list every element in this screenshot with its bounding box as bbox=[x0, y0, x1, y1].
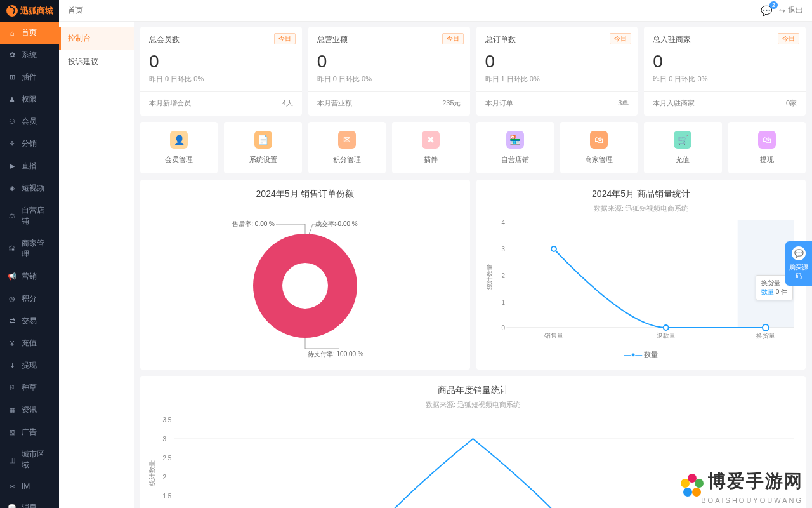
nav-label: 积分 bbox=[22, 293, 37, 304]
stat-card-0: 总会员数 今日 0 昨日 0 日环比 0% 本月新增会员4人 bbox=[140, 27, 302, 116]
stat-foot-label: 本月订单 bbox=[485, 98, 513, 108]
sidebar-item-16[interactable]: ▦资讯 bbox=[0, 399, 59, 421]
sidebar-item-4[interactable]: ⚇会员 bbox=[0, 110, 59, 133]
svg-text:2: 2 bbox=[502, 272, 506, 279]
quick-label: 插件 bbox=[396, 155, 466, 164]
quick-icon: 🏪 bbox=[506, 131, 524, 149]
stat-foot-label: 本月新增会员 bbox=[149, 98, 191, 108]
sidebar-item-10[interactable]: 📢营销 bbox=[0, 265, 59, 288]
sidebar-item-12[interactable]: ⇄交易 bbox=[0, 310, 59, 332]
nav-label: 分销 bbox=[22, 138, 37, 149]
subnav-item-1[interactable]: 投诉建议 bbox=[59, 50, 134, 74]
nav-label: 广告 bbox=[22, 427, 37, 438]
floating-buy-button[interactable]: 💬 购买源码 bbox=[785, 241, 812, 286]
sidebar-item-0[interactable]: ⌂首页 bbox=[0, 22, 59, 44]
sidebar-item-13[interactable]: ¥充值 bbox=[0, 332, 59, 354]
sidebar-item-1[interactable]: ✿系统 bbox=[0, 44, 59, 66]
sidebar-item-5[interactable]: ⚘分销 bbox=[0, 133, 59, 155]
quick-label: 充值 bbox=[648, 155, 717, 164]
sidebar-item-7[interactable]: ◈短视频 bbox=[0, 177, 59, 199]
nav-label: 提现 bbox=[22, 360, 37, 371]
notification-button[interactable]: 💬 2 bbox=[761, 5, 773, 17]
main-content: 总会员数 今日 0 昨日 0 日环比 0% 本月新增会员4人 总营业额 今日 0… bbox=[134, 22, 812, 508]
chat-bubble-icon: 💬 bbox=[792, 246, 806, 260]
svg-text:2.5: 2.5 bbox=[163, 455, 172, 462]
stat-value: 0 bbox=[317, 51, 461, 72]
annual-line-chart: 统计数量 3.5 3 2.5 2 1.5 1 bbox=[149, 410, 797, 508]
svg-line-5 bbox=[309, 224, 313, 234]
nav-icon: ↧ bbox=[8, 361, 16, 370]
nav-icon: ⚇ bbox=[8, 117, 16, 126]
nav-icon: ⚘ bbox=[8, 140, 16, 149]
nav-label: 短视频 bbox=[22, 183, 44, 194]
quick-link-7[interactable]: 🛍提现 bbox=[728, 122, 806, 173]
sidebar-item-11[interactable]: ◷积分 bbox=[0, 288, 59, 310]
quick-label: 积分管理 bbox=[312, 155, 382, 164]
quick-link-4[interactable]: 🏪自营店铺 bbox=[476, 122, 554, 173]
nav-label: 自营店铺 bbox=[22, 205, 51, 227]
stat-foot-label: 本月入驻商家 bbox=[653, 98, 695, 108]
today-tag[interactable]: 今日 bbox=[778, 33, 799, 44]
logout-icon: ↪ bbox=[779, 6, 785, 15]
sidebar-item-9[interactable]: 🏛商家管理 bbox=[0, 232, 59, 265]
svg-text:3: 3 bbox=[502, 246, 506, 253]
nav-icon: ♟ bbox=[8, 95, 16, 104]
sidebar-item-3[interactable]: ♟权限 bbox=[0, 88, 59, 110]
quick-icon: ✉ bbox=[338, 131, 356, 149]
svg-text:2: 2 bbox=[163, 474, 166, 481]
stat-card-2: 总订单数 今日 0 昨日 1 日环比 0% 本月订单3单 bbox=[476, 27, 638, 116]
sidebar-item-18[interactable]: ◫城市区域 bbox=[0, 443, 59, 476]
nav-icon: ⇄ bbox=[8, 317, 16, 326]
svg-text:3: 3 bbox=[163, 436, 167, 443]
quick-link-1[interactable]: 📄系统设置 bbox=[224, 122, 301, 173]
sidebar-item-19[interactable]: ✉IM bbox=[0, 476, 59, 497]
sidebar-item-17[interactable]: ▧广告 bbox=[0, 421, 59, 443]
sidebar-item-6[interactable]: ▶直播 bbox=[0, 155, 59, 177]
nav-icon: ✿ bbox=[8, 51, 16, 60]
sidebar-item-20[interactable]: 💬消息 bbox=[0, 497, 59, 508]
line-chart-card: 2024年5月 商品销量统计 数据来源: 迅狐短视频电商系统 统计数量 4 3 … bbox=[476, 180, 806, 370]
subnav-item-0[interactable]: 控制台 bbox=[59, 27, 134, 50]
today-tag[interactable]: 今日 bbox=[610, 33, 631, 44]
nav-label: 直播 bbox=[22, 161, 37, 171]
quick-label: 提现 bbox=[732, 155, 802, 164]
nav-icon: ◷ bbox=[8, 295, 16, 304]
nav-icon: 🏛 bbox=[8, 244, 16, 253]
today-tag[interactable]: 今日 bbox=[442, 33, 464, 44]
quick-icon: ✖ bbox=[422, 131, 440, 149]
svg-point-1 bbox=[282, 263, 328, 309]
quick-link-6[interactable]: 🛒充值 bbox=[644, 122, 721, 173]
svg-text:售后率: 0.00 %: 售后率: 0.00 % bbox=[232, 220, 275, 227]
monthly-line-chart: 统计数量 4 3 2 1 0 销售量 退款量 换货量 bbox=[485, 213, 797, 347]
nav-label: 权限 bbox=[22, 94, 37, 105]
sidebar-item-8[interactable]: ⚖自营店铺 bbox=[0, 199, 59, 232]
sidebar-item-15[interactable]: ⚐种草 bbox=[0, 377, 59, 399]
quick-icon: 🛍 bbox=[758, 131, 776, 149]
stat-sub: 昨日 0 日环比 0% bbox=[149, 74, 293, 84]
logout-button[interactable]: ↪ 退出 bbox=[779, 5, 803, 16]
svg-text:成交率: 0.00 %: 成交率: 0.00 % bbox=[315, 220, 358, 227]
quick-label: 会员管理 bbox=[144, 155, 214, 164]
quick-icon: 🛒 bbox=[674, 131, 691, 149]
sidebar-item-2[interactable]: ⊞插件 bbox=[0, 66, 59, 88]
svg-text:待支付率: 100.00 %: 待支付率: 100.00 % bbox=[308, 351, 363, 358]
line-chart-title: 2024年5月 商品销量统计 bbox=[485, 189, 797, 200]
quick-link-0[interactable]: 👤会员管理 bbox=[140, 122, 218, 173]
quick-link-5[interactable]: 🛍商家管理 bbox=[560, 122, 638, 173]
svg-text:4: 4 bbox=[502, 219, 506, 226]
quick-label: 商家管理 bbox=[564, 155, 634, 164]
svg-text:1: 1 bbox=[502, 299, 506, 306]
stat-card-1: 总营业额 今日 0 昨日 0 日环比 0% 本月营业额235元 bbox=[308, 27, 470, 116]
brand-logo[interactable]: 迅狐商城 bbox=[0, 0, 59, 22]
nav-icon: ◫ bbox=[8, 455, 16, 464]
today-tag[interactable]: 今日 bbox=[274, 33, 296, 44]
quick-icon: 🛍 bbox=[590, 131, 608, 149]
svg-text:0: 0 bbox=[502, 324, 506, 331]
sidebar-item-14[interactable]: ↧提现 bbox=[0, 354, 59, 377]
stat-title: 总入驻商家 bbox=[653, 34, 797, 45]
quick-link-2[interactable]: ✉积分管理 bbox=[308, 122, 386, 173]
nav-icon: ▦ bbox=[8, 406, 16, 415]
quick-link-3[interactable]: ✖插件 bbox=[392, 122, 469, 173]
line-chart-legend: —●— 数量 bbox=[485, 350, 797, 359]
svg-text:3.5: 3.5 bbox=[163, 417, 172, 424]
